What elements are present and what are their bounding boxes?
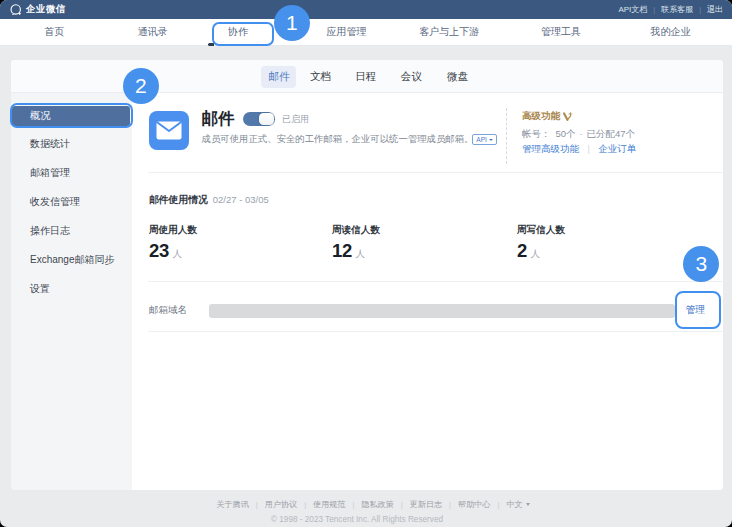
- annotation-box-2: [10, 103, 133, 128]
- divider: [148, 172, 722, 173]
- separator: |: [699, 6, 701, 13]
- wecom-logo-icon: [9, 3, 23, 17]
- mail-description: 成员可使用正式、安全的工作邮箱，企业可以统一管理成员邮箱。: [202, 133, 474, 144]
- usage-section-title: 邮件使用情况02/27 - 03/05: [149, 194, 269, 205]
- separator: |: [653, 6, 655, 13]
- mail-domain-label: 邮箱域名: [149, 304, 187, 315]
- footer-link-privacy[interactable]: 隐私政策: [361, 500, 393, 509]
- sidebar-item-exchange-sync[interactable]: Exchange邮箱同步: [30, 250, 114, 270]
- accounts-label: 帐号：: [522, 128, 551, 139]
- premium-features-title: 高级功能: [522, 110, 573, 121]
- stat-weekly-readers: 周读信人数 12人: [332, 224, 380, 262]
- stat-value: 2: [517, 241, 527, 260]
- dot-separator: ·: [579, 129, 582, 139]
- annotation-circle-2: 2: [123, 68, 159, 104]
- brand-name: 企业微信: [26, 3, 66, 16]
- brand[interactable]: 企业微信: [9, 3, 66, 17]
- chevron-down-icon: [489, 139, 493, 141]
- api-tag-label: API: [476, 136, 486, 143]
- nav-item-home[interactable]: 首页: [44, 19, 64, 45]
- toggle-state-label: 已启用: [282, 114, 309, 125]
- annotation-box-3: [675, 291, 721, 329]
- separator: |: [588, 144, 590, 154]
- sidebar-item-settings[interactable]: 设置: [30, 279, 50, 299]
- accounts-count: 50个: [555, 128, 575, 139]
- nav-item-app-management[interactable]: 应用管理: [327, 19, 367, 45]
- vertical-dashed-divider: [506, 108, 507, 164]
- topbar-link-logout[interactable]: 退出: [707, 4, 723, 15]
- sidebar: 概况 数据统计 邮箱管理 收发信管理 操作日志 Exchange邮箱同步 设置: [11, 93, 132, 490]
- sidebar-item-send-receive[interactable]: 收发信管理: [30, 192, 80, 212]
- manage-premium-link[interactable]: 管理高级功能: [522, 143, 579, 154]
- api-dropdown-tag[interactable]: API: [472, 134, 496, 145]
- topbar-link-contact-support[interactable]: 联系客服: [661, 4, 693, 15]
- tab-meeting[interactable]: 会议: [401, 60, 422, 93]
- premium-accounts-info: 帐号：50个·已分配47个: [522, 128, 635, 140]
- footer-link-about[interactable]: 关于腾讯: [216, 500, 248, 509]
- footer-link-changelog[interactable]: 更新日志: [410, 500, 442, 509]
- nav-item-customers[interactable]: 客户与上下游: [419, 19, 479, 45]
- caret-down-icon: [526, 503, 530, 506]
- stat-unit: 人: [172, 248, 182, 261]
- footer-language-selector[interactable]: 中文: [506, 500, 522, 509]
- primary-nav: 首页 通讯录 协作 应用管理 客户与上下游 管理工具 我的企业: [0, 19, 732, 46]
- stat-weekly-writers: 周写信人数 2人: [517, 224, 565, 262]
- separator: |: [401, 500, 403, 509]
- mail-enabled-toggle[interactable]: [243, 112, 275, 126]
- premium-title-text: 高级功能: [522, 110, 560, 121]
- stat-value: 12: [332, 241, 352, 260]
- toggle-knob: [259, 113, 274, 125]
- annotation-box-1: [212, 22, 274, 46]
- sparkle-icon: [563, 111, 573, 121]
- stat-value: 23: [149, 241, 169, 260]
- footer-link-usage-rules[interactable]: 使用规范: [313, 500, 345, 509]
- separator: |: [449, 500, 451, 509]
- topbar: 企业微信 API文档 | 联系客服 | 退出: [0, 0, 732, 19]
- divider: [148, 281, 722, 282]
- separator: |: [497, 500, 499, 509]
- footer-link-help-center[interactable]: 帮助中心: [458, 500, 490, 509]
- tab-calendar[interactable]: 日程: [355, 60, 376, 93]
- stat-label: 周读信人数: [332, 224, 380, 235]
- tab-docs[interactable]: 文档: [310, 60, 331, 93]
- company-orders-link[interactable]: 企业订单: [599, 143, 637, 154]
- sidebar-item-statistics[interactable]: 数据统计: [30, 134, 70, 154]
- separator: |: [304, 500, 306, 509]
- stat-weekly-users: 周使用人数 23人: [149, 224, 197, 262]
- footer-links: 关于腾讯|用户协议|使用规范|隐私政策|更新日志|帮助中心|中文: [7, 500, 732, 509]
- footer-link-user-agreement[interactable]: 用户协议: [265, 500, 297, 509]
- divider: [148, 331, 722, 332]
- nav-item-contacts[interactable]: 通讯录: [138, 19, 168, 45]
- usage-date-range: 02/27 - 03/05: [213, 194, 269, 205]
- topbar-link-api-docs[interactable]: API文档: [618, 4, 647, 15]
- mail-tabstrip: 邮件 文档 日程 会议 微盘: [11, 60, 723, 93]
- nav-item-my-company[interactable]: 我的企业: [651, 19, 691, 45]
- stat-unit: 人: [355, 248, 365, 261]
- assigned-count: 已分配47个: [586, 128, 635, 139]
- tab-drive[interactable]: 微盘: [447, 60, 468, 93]
- topbar-links: API文档 | 联系客服 | 退出: [618, 0, 723, 19]
- separator: |: [256, 500, 258, 509]
- stat-label: 周使用人数: [149, 224, 197, 235]
- stat-unit: 人: [531, 248, 541, 261]
- stat-label: 周写信人数: [517, 224, 565, 235]
- envelope-icon: [156, 121, 182, 140]
- footer-copyright: © 1998 - 2023 Tencent Inc. All Rights Re…: [0, 515, 723, 524]
- sidebar-item-mailbox-management[interactable]: 邮箱管理: [30, 163, 70, 183]
- tab-mail[interactable]: 邮件: [261, 66, 296, 88]
- wecom-admin-screen: 企业微信 API文档 | 联系客服 | 退出 首页 通讯录 协作 应用管理 客户…: [0, 0, 732, 527]
- redacted-domain-bar: [209, 304, 675, 318]
- mail-app-icon: [149, 111, 190, 150]
- nav-item-admin-tools[interactable]: 管理工具: [541, 19, 581, 45]
- separator: |: [352, 500, 354, 509]
- mail-title: 邮件: [202, 110, 235, 126]
- sidebar-item-operation-log[interactable]: 操作日志: [30, 221, 70, 241]
- usage-title-text: 邮件使用情况: [149, 194, 208, 205]
- premium-links: 管理高级功能 | 企业订单: [522, 143, 637, 155]
- annotation-circle-1: 1: [274, 5, 310, 41]
